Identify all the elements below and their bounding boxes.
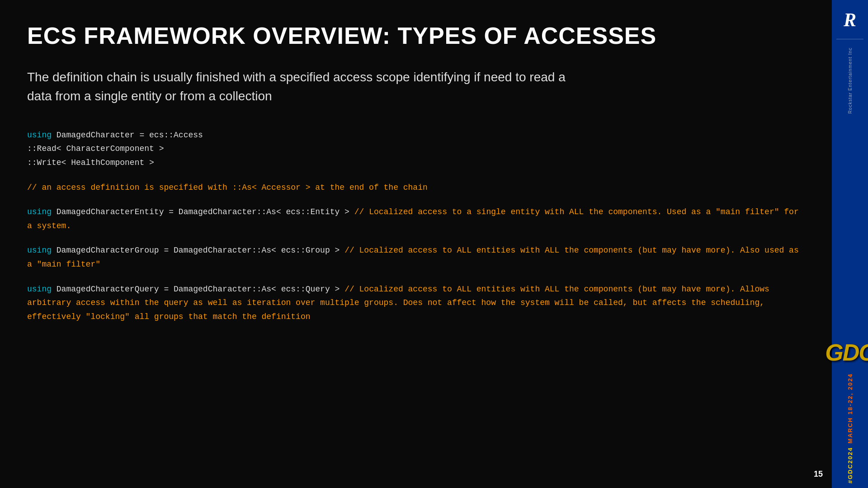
- code-line: using DamagedCharacter = ecs::Access: [27, 128, 805, 142]
- code-line: using DamagedCharacterGroup = DamagedCha…: [27, 244, 805, 271]
- code-text: DamagedCharacterGroup = DamagedCharacter…: [52, 246, 344, 255]
- code-section-1: using DamagedCharacter = ecs::Access ::R…: [27, 128, 805, 170]
- code-text: ::Read< CharacterComponent >: [27, 144, 164, 153]
- logo-r: R: [844, 9, 856, 31]
- code-line: using DamagedCharacterQuery = DamagedCha…: [27, 282, 805, 324]
- code-text: ::Write< HealthComponent >: [27, 158, 154, 167]
- gdc-hashtag: #GDC2024: [847, 447, 854, 483]
- code-text: DamagedCharacter = ecs::Access: [52, 131, 203, 140]
- code-text: DamagedCharacterEntity = DamagedCharacte…: [52, 207, 354, 216]
- code-line: ::Write< HealthComponent >: [27, 156, 805, 170]
- code-section-comment: // an access definition is specified wit…: [27, 181, 805, 195]
- comment-text: // an access definition is specified wit…: [27, 183, 428, 192]
- divider: [836, 39, 863, 39]
- code-section-3: using DamagedCharacterGroup = DamagedCha…: [27, 244, 805, 271]
- page-number: 15: [814, 469, 823, 479]
- code-block: using DamagedCharacter = ecs::Access ::R…: [27, 128, 805, 335]
- slide-subtitle: The definition chain is usually finished…: [27, 68, 570, 106]
- keyword: using: [27, 207, 52, 216]
- code-text: DamagedCharacterQuery = DamagedCharacter…: [52, 285, 344, 294]
- keyword: using: [27, 285, 52, 294]
- keyword: using: [27, 246, 52, 255]
- gdc-date: MARCH 18-22, 2024: [847, 373, 854, 443]
- code-line: ::Read< CharacterComponent >: [27, 142, 805, 156]
- main-content: ECS FRAMEWORK OVERVIEW: TYPES OF ACCESSE…: [0, 0, 832, 488]
- code-line: using DamagedCharacterEntity = DamagedCh…: [27, 205, 805, 233]
- code-section-2: using DamagedCharacterEntity = DamagedCh…: [27, 205, 805, 233]
- code-section-4: using DamagedCharacterQuery = DamagedCha…: [27, 282, 805, 324]
- slide-title: ECS FRAMEWORK OVERVIEW: TYPES OF ACCESSE…: [27, 23, 805, 50]
- gdc-logo: GDC: [825, 341, 868, 364]
- sidebar: R Rockstar Entertainment Inc GDC MARCH 1…: [832, 0, 868, 488]
- sidebar-company-name: Rockstar Entertainment Inc: [848, 47, 853, 114]
- keyword: using: [27, 131, 52, 140]
- code-comment: // an access definition is specified wit…: [27, 181, 805, 195]
- gdc-letters: GDC: [825, 341, 868, 364]
